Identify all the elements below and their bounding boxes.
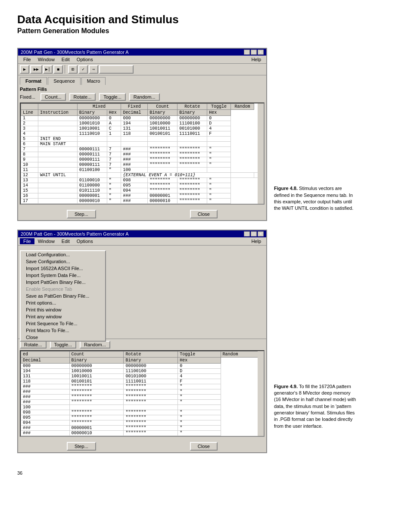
table-cell	[107, 142, 121, 147]
close-button2[interactable]: Close	[190, 442, 218, 451]
close-button1[interactable]: Close	[190, 210, 218, 218]
table-cell	[177, 137, 207, 142]
dropdown-item[interactable]: Load Configuration...	[21, 251, 105, 258]
table-cell: 00101000	[124, 374, 178, 379]
menu-options[interactable]: Options	[73, 56, 97, 62]
w2-random-btn[interactable]: Random...	[80, 341, 110, 348]
menu-help[interactable]: Help	[248, 56, 265, 62]
w2-toggle-btn[interactable]: Toggle...	[50, 341, 77, 348]
dropdown-item[interactable]: Import 16522A ASCII File...	[21, 265, 105, 272]
table-cell: 01100000	[77, 183, 107, 188]
table-cell: """"""""	[177, 152, 207, 157]
table-header-row1: Mixed Fixed Count Rotate Toggle Random	[21, 104, 264, 110]
table-row: 10000001117###"""""""""""""""""	[21, 162, 264, 168]
page-number: 36	[17, 470, 394, 476]
scrollbar-v1[interactable]	[258, 103, 264, 204]
table-cell: 00000010	[148, 199, 177, 204]
table-cell: 10010000	[148, 121, 177, 126]
table-cell	[207, 137, 230, 142]
menu-edit[interactable]: Edit	[58, 56, 73, 62]
toolbar-wide[interactable]	[99, 65, 134, 74]
table-cell	[230, 173, 254, 178]
w2-maximize-button[interactable]: □	[251, 231, 257, 236]
table-cell: 098	[21, 410, 70, 415]
dropdown-item[interactable]: Save Configuration...	[21, 258, 105, 265]
tab-macro[interactable]: Macro	[81, 77, 106, 85]
table-cell	[38, 178, 77, 183]
table-cell: """"""""	[124, 389, 178, 395]
table-cell	[124, 405, 178, 410]
table-cell	[177, 168, 207, 173]
table-cell: 0	[207, 116, 230, 121]
dropdown-item: Enable Sequence Tab	[21, 286, 105, 292]
table-cell: """"""""	[69, 400, 124, 405]
minimize-button[interactable]: _	[244, 50, 250, 55]
w2-fills-buttons: Rotate... Toggle... Random...	[20, 341, 265, 348]
toolbar-stop-btn[interactable]: ■	[53, 65, 63, 74]
table-cell: "	[207, 157, 230, 162]
dropdown-item[interactable]: Print this window	[21, 306, 105, 313]
count-btn[interactable]: Count...	[40, 93, 66, 101]
scrollbar-v2[interactable]	[258, 351, 264, 436]
dropdown-item[interactable]: Print options...	[21, 299, 105, 306]
table-cell: MAIN START	[38, 142, 77, 147]
table-cell: """"""""	[124, 384, 178, 389]
menu-file[interactable]: File	[20, 56, 34, 62]
table-cell: """"""""	[148, 183, 177, 188]
table-cell: "	[107, 168, 121, 173]
tab-sequence[interactable]: Sequence	[48, 77, 81, 85]
table-cell: 9	[21, 157, 38, 162]
table-cell: """"""""	[69, 395, 124, 400]
toolbar-import-btn[interactable]: ⇒	[89, 65, 98, 74]
rotate-btn[interactable]: Rotate...	[69, 93, 96, 101]
w2-menu-options[interactable]: Options	[73, 238, 97, 244]
table-cell: "	[178, 389, 221, 395]
table-row: 12WAIT UNTIL{EXTERNAL EVENT A = 010+111}	[21, 173, 264, 178]
toggle-btn[interactable]: Toggle...	[99, 93, 126, 101]
table-cell	[38, 157, 77, 162]
table-cell: "	[178, 384, 221, 389]
table-cell	[38, 168, 77, 173]
step-button1[interactable]: Step...	[67, 210, 96, 218]
table-cell	[38, 199, 77, 204]
th-rand-h: Hex	[207, 110, 230, 116]
table-cell: 00101000	[177, 126, 207, 131]
dropdown-item[interactable]: Print Macro To File...	[21, 327, 105, 334]
table-cell: """"""""	[177, 183, 207, 188]
dropdown-item[interactable]: Import System Data File...	[21, 272, 105, 279]
tab-format[interactable]: Format	[20, 77, 47, 85]
table-cell: C	[107, 126, 121, 131]
w2-minimize-button[interactable]: _	[244, 231, 250, 236]
dropdown-item[interactable]: Print Sequence To File...	[21, 320, 105, 327]
dropdown-item[interactable]: Close	[21, 334, 105, 341]
dropdown-item[interactable]: Save as PattGen Binary File...	[21, 292, 105, 299]
toolbar-step-btn[interactable]: ▶|	[43, 65, 53, 74]
table-cell: 16	[21, 193, 38, 199]
w2-menu-edit[interactable]: Edit	[58, 238, 73, 244]
table-cell: """"""""	[124, 395, 178, 400]
menu-window[interactable]: Window	[34, 56, 58, 62]
table-cell: ###	[121, 147, 148, 152]
table-row: 095"""""""""""""""""	[21, 415, 264, 420]
w2-menu-file[interactable]: File	[20, 238, 34, 244]
step-button2[interactable]: Step...	[67, 442, 96, 451]
maximize-button[interactable]: □	[251, 50, 257, 55]
random-btn[interactable]: Random...	[129, 93, 160, 101]
file-dropdown-menu: Load Configuration...Save Configuration.…	[20, 250, 106, 342]
table-cell: 01100010	[77, 178, 107, 183]
w2-menu-help[interactable]: Help	[248, 238, 265, 244]
data-table-container1: Mixed Fixed Count Rotate Toggle Random L…	[20, 103, 265, 205]
dropdown-item[interactable]: Import PattGen Binary File...	[21, 279, 105, 286]
t2-header-row1: ed Count Rotate Toggle Random	[21, 352, 264, 358]
close-button[interactable]: ×	[258, 50, 264, 55]
dropdown-item[interactable]: Print any window	[21, 313, 105, 320]
toolbar-check-btn[interactable]: ✓	[78, 65, 88, 74]
toolbar-grid-btn[interactable]: ⊞	[68, 65, 78, 74]
table-cell: 00000000	[177, 116, 207, 121]
w2-close-button[interactable]: ×	[258, 231, 264, 236]
toolbar-play-btn[interactable]: ▶	[20, 65, 29, 74]
w2-menu-window[interactable]: Window	[34, 238, 58, 244]
w2-rotate-btn[interactable]: Rotate...	[20, 341, 47, 348]
window1-tabs: Format Sequence Macro	[18, 75, 266, 85]
toolbar-fastfwd-btn[interactable]: ▶▶	[30, 65, 42, 74]
